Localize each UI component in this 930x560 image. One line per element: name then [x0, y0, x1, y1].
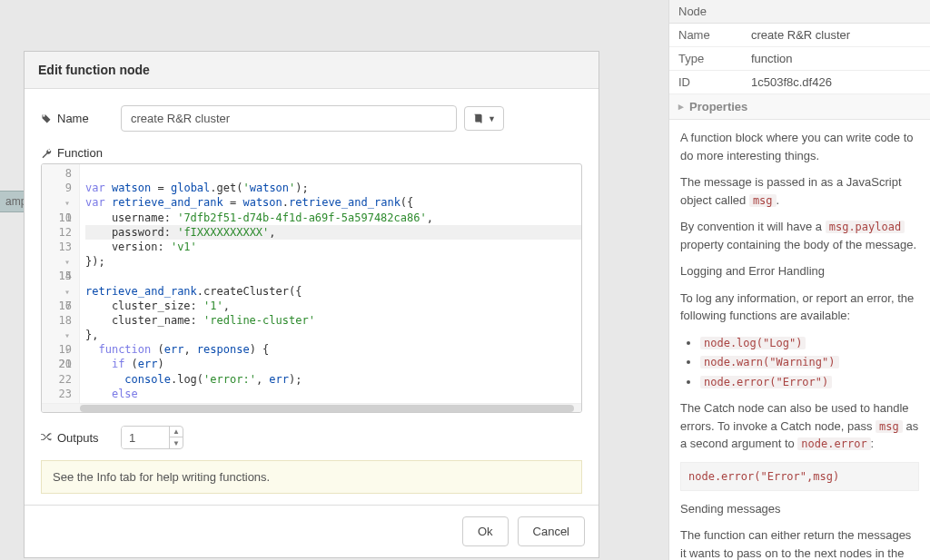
- node-heading: Node: [669, 0, 930, 24]
- info-name-value: create R&R cluster: [742, 24, 930, 47]
- outputs-input[interactable]: [122, 427, 169, 448]
- outputs-row: Outputs ▲ ▼: [41, 426, 582, 449]
- info-p1: A function block where you can write cod…: [680, 129, 919, 164]
- code-area[interactable]: var watson = global.get('watson');var re…: [80, 164, 581, 403]
- info-id-value: 1c503f8c.df426: [742, 71, 930, 94]
- shuffle-icon: [41, 432, 52, 443]
- function-label-text: Function: [57, 146, 103, 160]
- tag-icon: [41, 113, 52, 124]
- info-codebox: node.error("Error",msg): [680, 462, 919, 491]
- properties-heading[interactable]: Properties: [669, 94, 930, 120]
- caret-down-icon: ▼: [488, 114, 496, 123]
- name-row: Name ▼: [41, 105, 582, 132]
- code-editor[interactable]: 89▾ 10111213▾ 1415▾ 161718▾ 19▾ 20212223…: [41, 163, 582, 413]
- dialog-body: Name ▼ Function 89▾ 10111213▾ 1415▾ 1617…: [25, 89, 599, 505]
- code-msg2: msg: [876, 420, 903, 433]
- info-name-label: Name: [669, 24, 742, 47]
- book-icon: [472, 113, 484, 124]
- code-node-log: node.log("Log"): [700, 337, 806, 349]
- name-label-text: Name: [57, 112, 89, 125]
- outputs-label-text: Outputs: [57, 431, 99, 445]
- code-node-warn: node.warn("Warning"): [700, 356, 839, 368]
- function-label: Function: [41, 146, 582, 160]
- info-help: A function block where you can write cod…: [669, 120, 930, 560]
- wrench-icon: [41, 148, 52, 159]
- info-h-log: Logging and Error Handling: [680, 262, 919, 280]
- editor-scrollbar-horizontal[interactable]: [42, 403, 581, 412]
- name-input[interactable]: [121, 105, 457, 132]
- info-p3: By convention it will have a msg.payload…: [680, 218, 919, 253]
- info-p6: The function can either return the messa…: [680, 526, 919, 560]
- outputs-spinner[interactable]: ▲ ▼: [121, 426, 183, 449]
- info-sidebar: Node Name create R&R cluster Type functi…: [668, 0, 930, 560]
- library-dropdown-button[interactable]: ▼: [464, 106, 504, 131]
- info-type-value: function: [742, 47, 930, 71]
- edit-function-dialog: Edit function node Name ▼ Function 89▾ 1…: [24, 51, 599, 558]
- info-log-list: node.log("Log") node.warn("Warning") nod…: [700, 334, 919, 391]
- properties-heading-text: Properties: [689, 100, 747, 113]
- outputs-label: Outputs: [41, 431, 114, 445]
- info-id-label: ID: [669, 71, 742, 94]
- info-p4: To log any information, or report an err…: [680, 290, 919, 325]
- code-msg-payload: msg.payload: [826, 221, 905, 233]
- gutter: 89▾ 10111213▾ 1415▾ 161718▾ 19▾ 20212223…: [42, 164, 80, 403]
- code-msg: msg: [749, 194, 777, 207]
- info-type-label: Type: [669, 47, 742, 71]
- editor-scrollbar-thumb[interactable]: [80, 405, 574, 412]
- code-node-error: node.error("Error"): [700, 376, 832, 388]
- node-info-table: Node Name create R&R cluster Type functi…: [669, 0, 930, 94]
- info-tip: See the Info tab for help writing functi…: [41, 460, 582, 494]
- dialog-title: Edit function node: [25, 52, 599, 89]
- info-h-send: Sending messages: [680, 500, 919, 518]
- outputs-down[interactable]: ▼: [170, 437, 183, 448]
- code-node-error2: node.error: [797, 437, 870, 450]
- info-p2: The message is passed in as a JavaScript…: [680, 173, 919, 209]
- ok-button[interactable]: Ok: [462, 516, 509, 546]
- name-label: Name: [41, 112, 114, 125]
- info-p5: The Catch node can also be used to handl…: [680, 399, 919, 453]
- outputs-up[interactable]: ▲: [170, 427, 183, 437]
- dialog-footer: Ok Cancel: [25, 505, 599, 557]
- cancel-button[interactable]: Cancel: [518, 516, 585, 546]
